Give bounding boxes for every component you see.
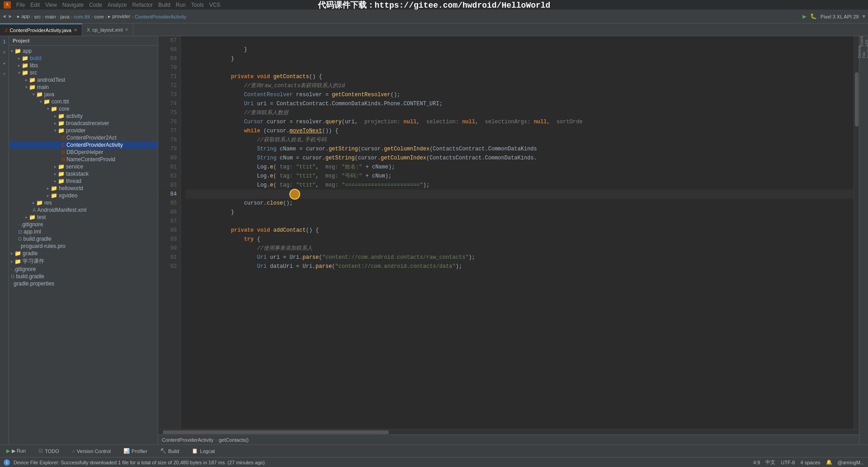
tree-item-gradleprops[interactable]: · gradle.properties xyxy=(9,280,158,287)
tree-item-taskstack[interactable]: ▸ 📁 taskstack xyxy=(9,170,158,177)
status-position[interactable]: 4:9 xyxy=(753,460,760,465)
profiler-tool-item[interactable]: 📊 Profiler xyxy=(121,447,150,455)
breadcrumb-main[interactable]: main xyxy=(45,14,56,19)
back-icon[interactable]: ◄ xyxy=(3,14,6,20)
scrollbar-thumb[interactable] xyxy=(855,72,859,126)
horizontal-scrollbar[interactable] xyxy=(158,429,859,434)
run-button[interactable]: ▶ xyxy=(802,13,806,20)
tree-item-build[interactable]: ▸ 📁 build xyxy=(9,55,158,62)
tree-item-cpactivity[interactable]: C ContentProviderActivity xyxy=(9,141,158,149)
todo-tool-item[interactable]: ☑ TODO xyxy=(36,447,62,455)
tab-xml-close[interactable]: ✕ xyxy=(125,27,128,32)
status-notification-icon[interactable]: 🔔 xyxy=(826,459,832,465)
tree-label-core: core xyxy=(59,106,69,112)
breadcrumb-java[interactable]: java xyxy=(60,14,69,19)
tree-item-libs[interactable]: ▸ 📁 libs xyxy=(9,62,158,69)
tree-item-src[interactable]: ▾ 📁 src xyxy=(9,69,158,76)
device-file-icon[interactable]: Device File Explorer xyxy=(860,47,868,54)
device-selector[interactable]: Pixel 3 XL API 29 xyxy=(821,14,859,19)
tree-label-study: 学习课件 xyxy=(23,257,44,265)
tab-java[interactable]: J ContentProviderActivity.java ✕ xyxy=(0,23,82,36)
ln-83: 83 xyxy=(158,181,180,190)
h-scrollbar-thumb[interactable] xyxy=(163,430,389,434)
menu-run[interactable]: Run xyxy=(176,2,186,8)
find-icon[interactable]: ⌕ xyxy=(1,70,8,78)
tree-item-gradle[interactable]: ▸ 📁 gradle xyxy=(9,250,158,257)
ln-81: 81 xyxy=(158,163,180,172)
build-tool-item[interactable]: 🔨 Build xyxy=(157,447,182,455)
tab-xml[interactable]: X cp_layout.xml ✕ xyxy=(82,23,134,36)
tree-item-app[interactable]: ▾ 📁 app xyxy=(9,47,158,55)
project-icon[interactable]: 1 xyxy=(1,38,8,45)
tree-item-manifest[interactable]: A AndroidManifest.xml xyxy=(9,206,158,214)
tree-item-proguard[interactable]: · proguard-rules.pro xyxy=(9,243,158,250)
code-editor[interactable]: } } private void getContacts() { //查询raw… xyxy=(181,36,854,429)
breadcrumb-provider[interactable]: ▸ provider xyxy=(108,14,130,19)
tree-item-comttit[interactable]: ▾ 📁 com.ttit xyxy=(9,98,158,105)
tree-item-test[interactable]: ▸ 📁 test xyxy=(9,214,158,221)
menu-file[interactable]: File xyxy=(16,2,25,8)
breadcrumb-activity[interactable]: ContentProviderActivity xyxy=(135,14,186,19)
tree-item-buildgradle[interactable]: G build.gradle xyxy=(9,235,158,243)
ln-67: 67 xyxy=(158,36,180,45)
tree-item-xgvideo[interactable]: ▸ 📁 xgvideo xyxy=(9,192,158,199)
run-tool-item[interactable]: ▶ ▶ Run xyxy=(4,447,28,455)
tree-item-appiml[interactable]: ⊡ app.iml xyxy=(9,228,158,235)
menu-tools[interactable]: Tools xyxy=(191,2,204,8)
tree-item-res[interactable]: ▸ 📁 res xyxy=(9,199,158,206)
menu-build[interactable]: Build xyxy=(158,2,170,8)
debug-button[interactable]: 🐛 xyxy=(810,13,817,20)
status-lang[interactable]: 中文 xyxy=(765,459,775,466)
ln-92: 92 xyxy=(158,262,180,271)
tree-item-main[interactable]: ▾ 📁 main xyxy=(9,84,158,91)
tree-item-dbopen[interactable]: D DBOpenHelper xyxy=(9,149,158,156)
bookmarks-icon[interactable]: ★ xyxy=(1,60,8,67)
version-control-tool-item[interactable]: ⑃ Version Control xyxy=(69,448,113,455)
more-actions[interactable]: ▼ xyxy=(862,14,865,19)
menu-navigate[interactable]: Navigate xyxy=(62,2,84,8)
sep2: › xyxy=(42,14,44,19)
tree-item-thread[interactable]: ▸ 📁 thread xyxy=(9,177,158,185)
tree-item-service[interactable]: ▸ 📁 service xyxy=(9,163,158,170)
tree-item-java[interactable]: ▾ 📁 java xyxy=(9,91,158,98)
arrow-core: ▾ xyxy=(47,107,49,111)
logcat-tool-item[interactable]: 📋 Logcat xyxy=(189,447,217,455)
breadcrumb-app[interactable]: ▸ app xyxy=(17,14,29,19)
tree-item-cp2act[interactable]: C ContentProvider2Act xyxy=(9,134,158,141)
tree-item-broadcast[interactable]: ▸ 📁 broadcastreceiver xyxy=(9,120,158,127)
tree-item-gitignore-app[interactable]: · .gitignore xyxy=(9,221,158,228)
app-logo: A xyxy=(4,1,11,9)
tree-item-provider[interactable]: ▾ 📁 provider xyxy=(9,127,158,134)
menu-view[interactable]: View xyxy=(45,2,57,8)
menu-edit[interactable]: Edit xyxy=(30,2,40,8)
menu-analyze[interactable]: Analyze xyxy=(108,2,127,8)
folder-icon-gradle: 📁 xyxy=(14,250,21,257)
breadcrumb-src[interactable]: src xyxy=(34,14,41,19)
structure-icon[interactable]: ≡ xyxy=(1,49,8,56)
editor-scrollbar[interactable] xyxy=(854,36,859,429)
bc-method[interactable]: getContacts() xyxy=(219,437,249,443)
breadcrumb-core[interactable]: core xyxy=(94,14,104,19)
tree-item-gitignore-root[interactable]: · .gitignore xyxy=(9,266,158,273)
tree-item-core[interactable]: ▾ 📁 core xyxy=(9,105,158,112)
tree-item-helloworld[interactable]: ▸ 📁 helloworld xyxy=(9,185,158,192)
status-indent[interactable]: 4 spaces xyxy=(801,460,821,465)
menu-vcs[interactable]: VCS xyxy=(209,2,221,8)
menu-refactor[interactable]: Refactor xyxy=(132,2,153,8)
status-encoding[interactable]: UTF-8 xyxy=(781,460,795,465)
project-tree[interactable]: ▾ 📁 app ▸ 📁 build ▸ 📁 libs ▾ 📁 src xyxy=(9,46,158,444)
folder-icon-androidtest: 📁 xyxy=(29,77,36,83)
kw-void-70: void xyxy=(257,74,270,80)
tree-item-namecp[interactable]: N NameContentProvid xyxy=(9,156,158,163)
tree-item-activity[interactable]: ▸ 📁 activity xyxy=(9,112,158,120)
tree-item-androidtest[interactable]: ▸ 📁 androidTest xyxy=(9,76,158,84)
menu-code[interactable]: Code xyxy=(89,2,102,8)
tab-java-close[interactable]: ✕ xyxy=(74,28,77,33)
breadcrumb-com[interactable]: com.ttit xyxy=(74,14,90,19)
status-left: i Device File Explorer: Successfully dow… xyxy=(4,459,746,466)
code-container[interactable]: 67 68 69 70 71 72 73 74 75 76 77 78 79 8… xyxy=(158,36,859,429)
tree-item-study[interactable]: ▸ 📁 学习课件 xyxy=(9,257,158,266)
bc-activity[interactable]: ContentProviderActivity xyxy=(162,437,213,443)
tree-item-buildgradle-root[interactable]: G build.gradle xyxy=(9,273,158,280)
forward-icon[interactable]: ► xyxy=(9,14,12,20)
